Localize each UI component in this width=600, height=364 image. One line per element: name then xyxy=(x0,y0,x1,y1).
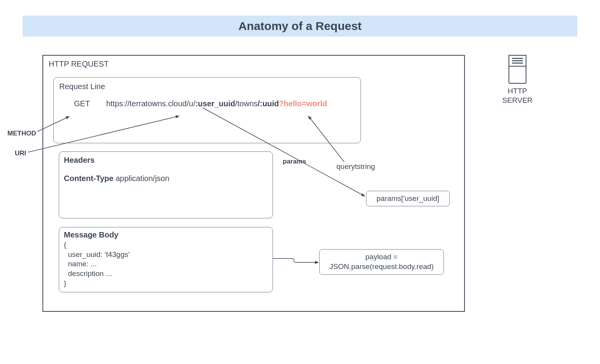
message-body-label: Message Body xyxy=(64,230,268,239)
http-server-icon: HTTP SERVER xyxy=(502,55,533,105)
method-annotation: METHOD xyxy=(7,130,36,137)
querystring-annotation: querytstring xyxy=(336,162,375,171)
url-uuid-param: /:uuid xyxy=(258,99,279,108)
headers-label: Headers xyxy=(64,156,268,165)
params-annotation: params xyxy=(283,158,306,165)
uri-annotation: URI xyxy=(15,149,26,157)
params-access-box: params['user_uuid] xyxy=(366,191,450,206)
request-line-label: Request Line xyxy=(59,82,355,91)
url-user-uuid-param: :user_uuid xyxy=(195,99,235,108)
message-body-content: { user_uuid: 't43ggs' name: ... descript… xyxy=(64,240,268,288)
http-request-label: HTTP REQUEST xyxy=(49,60,109,69)
request-line-box: Request Line GET https://terratowns.clou… xyxy=(53,77,361,143)
message-body-box: Message Body { user_uuid: 't43ggs' name:… xyxy=(59,227,273,292)
http-server-label: HTTP SERVER xyxy=(502,86,533,105)
title-bar: Anatomy of a Request xyxy=(23,16,577,37)
request-line-content: GET https://terratowns.cloud/u/:user_uui… xyxy=(74,99,327,108)
headers-content: Content-Type application/json xyxy=(64,174,268,183)
payload-parse-box: payload = JSON.parse(request.body.read) xyxy=(319,249,444,275)
content-type-value: application/json xyxy=(116,174,169,183)
url-base: https://terratowns.cloud/u/ xyxy=(106,99,195,108)
payload-parse-text: payload = JSON.parse(request.body.read) xyxy=(329,252,434,271)
url-mid: /towns xyxy=(235,99,258,108)
http-method: GET xyxy=(74,99,90,108)
headers-box: Headers Content-Type application/json xyxy=(59,151,273,218)
url-querystring: ?hello=world xyxy=(279,99,327,108)
page-title: Anatomy of a Request xyxy=(238,19,362,33)
content-type-key: Content-Type xyxy=(64,174,113,183)
